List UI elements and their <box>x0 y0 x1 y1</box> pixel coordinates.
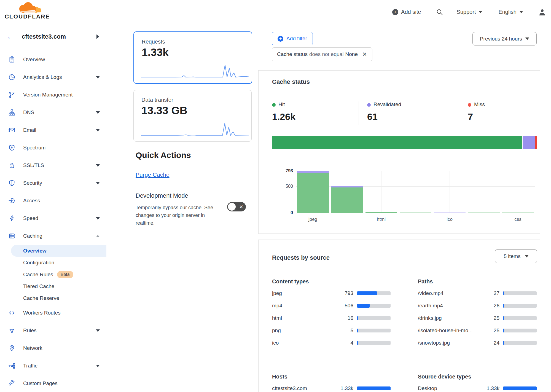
row-label: jpeg <box>272 290 331 296</box>
sidebar-item-analytics-logs[interactable]: Analytics & Logs <box>0 68 106 86</box>
search-icon[interactable] <box>436 9 443 16</box>
data-transfer-card-label: Data transfer <box>141 97 173 103</box>
add-filter-label: Add filter <box>286 36 307 42</box>
table-row: html16 <box>272 312 391 324</box>
stat-value: 7 <box>468 111 537 122</box>
sidebar-item-caching[interactable]: Caching <box>0 227 106 245</box>
beta-badge: Beta <box>57 271 73 278</box>
remove-filter-icon[interactable]: ✕ <box>362 51 367 58</box>
branch-icon <box>8 91 15 98</box>
sidebar-item-email[interactable]: Email <box>0 121 106 139</box>
chevron-right-icon[interactable] <box>96 34 99 39</box>
bar-png <box>400 213 431 213</box>
time-range-dropdown[interactable]: Previous 24 hours <box>472 32 537 45</box>
table-row: /drinks.jpg25 <box>418 312 537 324</box>
purge-cache-link[interactable]: Purge Cache <box>136 171 170 178</box>
device-types-section: Source device typesDesktop1.33k <box>418 374 537 392</box>
table-row: /snowtops.jpg24 <box>418 337 537 349</box>
sidebar-item-configuration[interactable]: Configuration <box>0 257 106 269</box>
user-avatar-icon[interactable] <box>538 8 546 16</box>
row-value: 4 <box>331 340 353 346</box>
sidebar-item-network[interactable]: Network <box>0 339 106 357</box>
sidebar-item-tiered-cache[interactable]: Tiered Cache <box>0 280 106 292</box>
sidebar-item-rules[interactable]: Rules <box>0 322 106 339</box>
chevron-down-icon <box>96 111 100 114</box>
sidebar-item-label: Cache Rules <box>23 272 53 278</box>
sidebar-item-overview[interactable]: Overview <box>0 51 106 68</box>
sidebar-item-label: Speed <box>23 215 38 221</box>
sidebar-item-version-management[interactable]: Version Management <box>0 86 106 104</box>
row-label: /earth.mp4 <box>418 303 477 309</box>
filter-chip[interactable]: Cache status does not equal None ✕ <box>272 47 372 61</box>
divider <box>136 185 249 185</box>
requests-card[interactable]: Requests 1.33k <box>133 31 252 84</box>
requests-sparkline <box>141 63 250 79</box>
x-tick-label: jpeg <box>296 217 330 222</box>
cache-status-bar-chart: 7935000jpeghtmlicocss <box>296 171 535 213</box>
pin-icon <box>8 345 15 352</box>
sidebar-item-spectrum[interactable]: Spectrum <box>0 139 106 157</box>
chevron-down-icon <box>525 255 528 257</box>
row-value: 25 <box>477 315 499 321</box>
items-count-dropdown[interactable]: 5 items <box>495 249 537 263</box>
row-value: 5 <box>331 327 353 334</box>
sidebar-item-cache-rules[interactable]: Cache RulesBeta <box>0 269 106 280</box>
row-value: 506 <box>331 303 353 309</box>
development-mode-toggle[interactable]: ✕ <box>227 202 246 211</box>
add-site-button[interactable]: + Add site <box>392 9 421 15</box>
sidebar-item-custom-pages[interactable]: Custom Pages <box>0 375 106 392</box>
access-icon <box>8 197 15 204</box>
row-meter <box>503 341 537 345</box>
stat-label[interactable]: Miss <box>474 101 485 108</box>
server-icon <box>8 232 15 240</box>
support-menu[interactable]: Support <box>456 9 482 15</box>
sidebar-item-security[interactable]: Security <box>0 174 106 192</box>
stat-value: 1.26k <box>272 111 359 122</box>
sidebar-item-label: Custom Pages <box>23 380 58 386</box>
data-transfer-sparkline <box>141 122 249 138</box>
row-meter <box>357 386 391 390</box>
data-transfer-card[interactable]: Data transfer 13.33 GB <box>133 90 252 142</box>
stacked-segment-revalidated <box>523 136 535 149</box>
back-arrow-icon[interactable]: ← <box>7 33 14 41</box>
sidebar-item-workers-routes[interactable]: Workers Routes <box>0 304 106 322</box>
sidebar-item-label: Access <box>23 198 40 204</box>
row-meter <box>503 316 537 320</box>
row-value: 24 <box>477 340 499 346</box>
sidebar-item-label: Rules <box>23 327 37 334</box>
toggle-off-x-icon: ✕ <box>239 202 243 211</box>
cloudflare-logo: CLOUDFLARE <box>4 2 51 20</box>
bar-segment-hit <box>468 213 500 213</box>
bar-segment-revalidated <box>434 213 466 213</box>
sidebar-item-overview[interactable]: Overview <box>11 245 106 257</box>
sidebar-item-traffic[interactable]: Traffic <box>0 357 106 375</box>
stat-label[interactable]: Revalidated <box>373 101 401 108</box>
bar-css <box>502 213 534 213</box>
stat-value: 61 <box>367 111 456 122</box>
row-meter <box>503 386 537 390</box>
sidebar-item-access[interactable]: Access <box>0 192 106 210</box>
y-tick-label: 500 <box>281 184 293 189</box>
plus-icon: + <box>278 36 283 42</box>
table-row: ico4 <box>272 337 391 349</box>
table-row: Desktop1.33k <box>418 382 537 392</box>
sidebar-item-speed[interactable]: Speed <box>0 210 106 227</box>
language-label: English <box>498 9 517 15</box>
chevron-up-icon <box>96 235 100 237</box>
site-header: ← cftestsite3.com <box>0 24 106 49</box>
stat-label[interactable]: Hit <box>278 101 285 108</box>
analytics-panel: + Add filter Cache status does not equal… <box>258 24 551 392</box>
row-value: 1.33k <box>477 385 499 391</box>
requests-card-value: 1.33k <box>142 46 169 58</box>
sidebar-item-ssl-tls[interactable]: SSL/TLS <box>0 157 106 174</box>
add-filter-button[interactable]: + Add filter <box>272 32 313 45</box>
bar-segment-hit <box>502 213 534 213</box>
time-range-label: Previous 24 hours <box>480 36 522 42</box>
sidebar-item-cache-reserve[interactable]: Cache Reserve <box>0 292 106 304</box>
sidebar-item-dns[interactable]: DNS <box>0 104 106 121</box>
language-menu[interactable]: English <box>498 9 523 15</box>
sidebar-item-label: Version Management <box>23 92 73 98</box>
pie-icon <box>8 74 15 81</box>
chevron-down-icon <box>96 129 100 131</box>
section-heading: Hosts <box>272 374 391 380</box>
